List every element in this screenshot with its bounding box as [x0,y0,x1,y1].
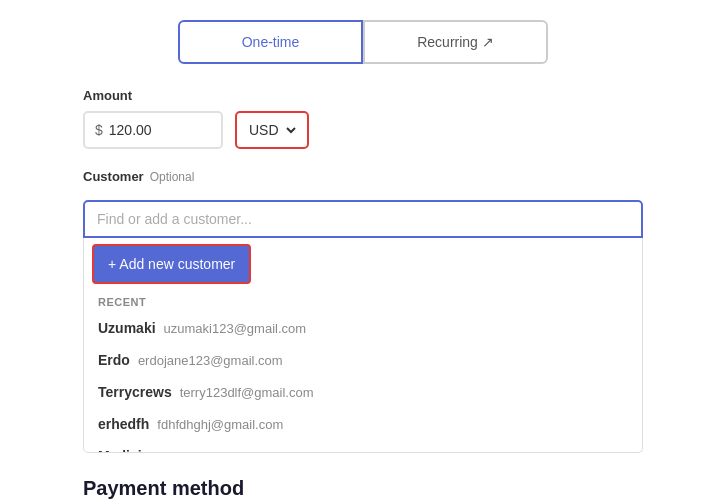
list-item[interactable]: Uzumakiuzumaki123@gmail.com [84,312,642,344]
payment-type-toggle: One-time Recurring ↗ [83,20,643,64]
customer-email: terry123dlf@gmail.com [180,385,314,400]
recent-label: RECENT [84,290,642,312]
add-new-customer-button[interactable]: + Add new customer [92,244,251,284]
customer-name: Terrycrews [98,384,172,400]
customer-email: medic123...@gmail.com [166,449,306,453]
amount-input-wrap: $ [83,111,223,149]
list-item[interactable]: erhedfhfdhfdhghj@gmail.com [84,408,642,440]
customer-email: fdhfdhghj@gmail.com [157,417,283,432]
customer-list: Uzumakiuzumaki123@gmail.comErdoerdojane1… [84,312,642,452]
customer-email: uzumaki123@gmail.com [164,321,307,336]
currency-select-wrap[interactable]: USD EUR GBP [235,111,309,149]
customer-name: Medicina [98,448,158,452]
customer-email: erdojane123@gmail.com [138,353,283,368]
amount-row: $ USD EUR GBP [83,111,643,149]
recurring-button[interactable]: Recurring ↗ [363,20,548,64]
customer-dropdown: + Add new customer RECENT Uzumakiuzumaki… [83,238,643,453]
customer-label: Customer [83,169,144,184]
list-item[interactable]: Erdoerdojane123@gmail.com [84,344,642,376]
customer-name: Uzumaki [98,320,156,336]
list-item[interactable]: Terrycrewsterry123dlf@gmail.com [84,376,642,408]
main-container: One-time Recurring ↗ Amount $ USD EUR GB… [83,20,643,500]
amount-label: Amount [83,88,643,103]
customer-search-input[interactable] [83,200,643,238]
amount-input[interactable] [109,122,199,138]
one-time-button[interactable]: One-time [178,20,363,64]
optional-label: Optional [150,170,195,184]
list-item[interactable]: Medicinamedic123...@gmail.com [84,440,642,452]
currency-select[interactable]: USD EUR GBP [245,121,299,139]
customer-name: Erdo [98,352,130,368]
dollar-sign: $ [95,122,103,138]
payment-method-title: Payment method [83,477,643,500]
customer-label-row: Customer Optional [83,169,643,192]
customer-name: erhedfh [98,416,149,432]
